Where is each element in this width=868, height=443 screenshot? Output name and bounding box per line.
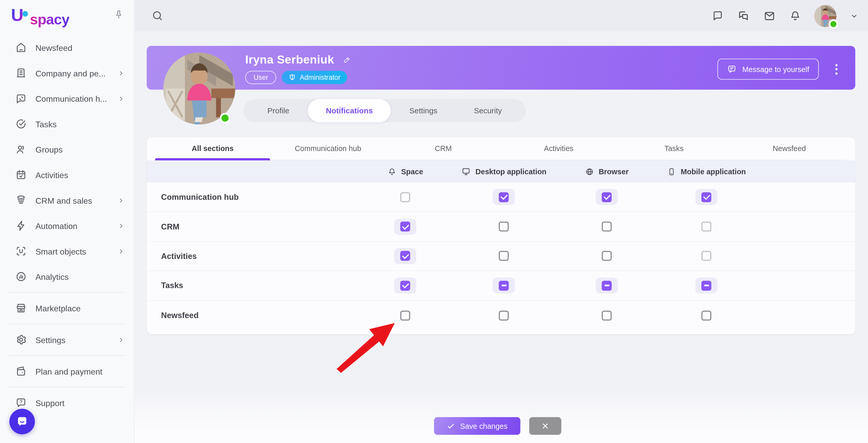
online-status-dot	[829, 19, 838, 28]
checkbox-communication-hub-mobile[interactable]	[695, 189, 717, 205]
notifications-card: All sections Communication hub CRM Activ…	[147, 137, 855, 334]
profile-avatar[interactable]	[163, 53, 235, 125]
save-changes-button[interactable]: Save changes	[434, 417, 520, 435]
edit-name-pencil-icon[interactable]	[342, 55, 351, 64]
pin-sidebar-icon[interactable]	[114, 9, 124, 20]
checkbox-tasks-desktop[interactable]	[493, 277, 515, 294]
message-icon	[727, 64, 737, 74]
sidebar-item-groups[interactable]: Groups	[0, 137, 134, 162]
bell-icon[interactable]	[789, 9, 802, 22]
chevron-right-icon	[117, 247, 125, 255]
checkbox-communication-hub-desktop[interactable]	[493, 189, 515, 205]
sidebar-item-marketplace[interactable]: Marketplace	[0, 295, 134, 321]
checkbox-crm-space[interactable]	[394, 219, 416, 235]
checkbox-crm-desktop[interactable]	[493, 219, 515, 235]
lightning-icon	[15, 220, 27, 232]
section-tab-all-sections[interactable]: All sections	[155, 137, 270, 160]
tab-security[interactable]: Security	[456, 99, 520, 123]
checkbox-tasks-browser[interactable]	[596, 277, 618, 294]
sidebar-divider	[9, 292, 125, 293]
checkbox-activities-desktop[interactable]	[493, 248, 515, 264]
user-avatar[interactable]	[814, 5, 836, 27]
sidebar-item-plan-and-payment[interactable]: Plan and payment	[0, 359, 134, 384]
message-to-yourself-button[interactable]: Message to yourself	[717, 59, 819, 79]
chevron-right-icon	[117, 94, 125, 102]
shield-icon	[288, 74, 296, 81]
chat-icon[interactable]	[711, 9, 724, 22]
section-tab-newsfeed[interactable]: Newsfeed	[732, 137, 847, 160]
wallet-icon	[15, 365, 27, 377]
help-chat-icon: ?	[15, 397, 27, 409]
checkbox-activities-browser[interactable]	[596, 248, 618, 264]
sidebar-item-smart-objects[interactable]: Smart objects	[0, 239, 134, 264]
section-tab-tasks[interactable]: Tasks	[616, 137, 732, 160]
tab-settings[interactable]: Settings	[391, 99, 456, 123]
group-chats-icon[interactable]	[737, 9, 750, 22]
profile-tabs: Profile Notifications Settings Security	[244, 99, 526, 123]
checkbox-newsfeed-space[interactable]	[394, 307, 416, 323]
groups-icon	[15, 143, 27, 156]
section-tab-activities[interactable]: Activities	[501, 137, 616, 160]
sidebar-item-activities[interactable]: Activities	[0, 162, 134, 188]
sidebar-item-newsfeed[interactable]: Newsfeed	[0, 35, 134, 60]
sidebar-item-automation[interactable]: Automation	[0, 213, 134, 239]
home-icon	[15, 41, 27, 54]
checkbox-crm-browser[interactable]	[596, 219, 618, 235]
online-status-dot	[220, 113, 230, 124]
chevron-right-icon	[117, 69, 125, 77]
checkbox-tasks-space[interactable]	[394, 277, 416, 294]
administrator-badge: Administrator	[282, 71, 347, 84]
tab-profile[interactable]: Profile	[249, 99, 307, 123]
calendar-check-icon	[15, 169, 27, 181]
sidebar-divider	[9, 324, 125, 324]
sidebar-divider	[9, 355, 125, 356]
checkbox-newsfeed-browser[interactable]	[596, 307, 618, 323]
tab-notifications[interactable]: Notifications	[308, 99, 391, 123]
column-header-space: Space	[387, 160, 423, 182]
intercom-chat-launcher[interactable]	[9, 409, 35, 434]
sidebar-divider	[9, 387, 125, 387]
tasks-icon	[15, 118, 27, 130]
app-window: U spacy Newsfeed Company and pe... Commu…	[0, 0, 868, 443]
uspacy-logo[interactable]: U spacy	[10, 5, 69, 28]
storefront-icon	[15, 302, 27, 314]
bell-icon	[387, 167, 397, 176]
checkbox-crm-mobile[interactable]	[695, 219, 717, 235]
table-row-activities: Activities	[147, 242, 855, 271]
sidebar-item-communication-hub[interactable]: Communication h...	[0, 86, 134, 111]
table-row-newsfeed: Newsfeed	[147, 301, 855, 330]
cancel-button[interactable]	[529, 417, 561, 435]
gear-icon	[15, 334, 27, 346]
sidebar-item-company-and-people[interactable]: Company and pe...	[0, 60, 134, 86]
chevron-right-icon	[117, 336, 125, 344]
table-row-crm: CRM	[147, 212, 855, 242]
sidebar-item-crm-and-sales[interactable]: CRM and sales	[0, 188, 134, 213]
checkbox-activities-space[interactable]	[394, 248, 416, 264]
checkbox-newsfeed-mobile[interactable]	[695, 307, 717, 323]
close-icon	[541, 422, 549, 430]
more-options-kebab[interactable]	[832, 62, 842, 76]
sidebar-item-tasks[interactable]: Tasks	[0, 111, 134, 137]
notification-rows: Communication hub CRM Activities	[147, 182, 855, 330]
mail-icon[interactable]	[763, 9, 776, 22]
company-icon	[15, 67, 27, 79]
chevron-down-icon[interactable]	[849, 11, 859, 21]
column-header-desktop-application: Desktop application	[461, 160, 547, 182]
chevron-right-icon	[117, 222, 125, 230]
sidebar-item-settings[interactable]: Settings	[0, 327, 134, 352]
chat-bubble-icon	[16, 415, 29, 428]
role-badges: User Administrator	[245, 71, 347, 84]
section-tab-communication-hub[interactable]: Communication hub	[270, 137, 385, 160]
column-header-browser: Browser	[585, 160, 628, 182]
search-icon[interactable]	[151, 9, 164, 22]
checkbox-newsfeed-desktop[interactable]	[493, 307, 515, 323]
sidebar-item-analytics[interactable]: Analytics	[0, 264, 134, 289]
sidebar-nav: Newsfeed Company and pe... Communication…	[0, 35, 134, 415]
checkbox-activities-mobile[interactable]	[695, 248, 717, 264]
section-tab-crm[interactable]: CRM	[386, 137, 501, 160]
checkbox-communication-hub-browser[interactable]	[596, 189, 618, 205]
checkbox-communication-hub-space[interactable]	[394, 189, 416, 205]
svg-text:U: U	[11, 5, 24, 24]
checkbox-tasks-mobile[interactable]	[695, 277, 717, 294]
sidebar: U spacy Newsfeed Company and pe... Commu…	[0, 0, 134, 443]
